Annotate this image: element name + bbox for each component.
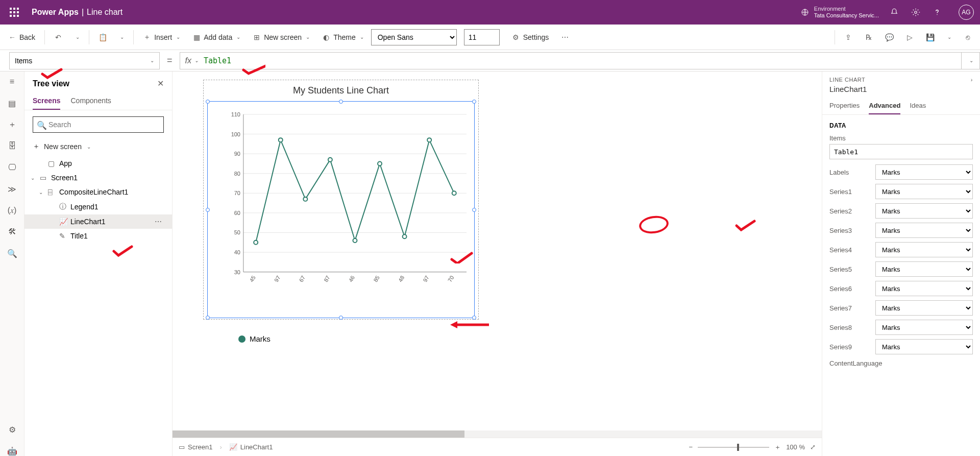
zoom-slider[interactable] — [698, 447, 769, 448]
advanced-tools-icon[interactable]: 🛠 — [7, 227, 17, 237]
tree-node-app[interactable]: ▢App — [24, 156, 172, 171]
power-automate-icon[interactable]: ≫ — [7, 184, 17, 194]
font-size-input[interactable] — [464, 29, 500, 45]
more-button[interactable]: ⋯ — [556, 30, 574, 44]
hamburger-icon[interactable]: ≡ — [7, 77, 17, 87]
svg-text:87: 87 — [323, 275, 331, 283]
search-rail-icon[interactable]: 🔍 — [7, 248, 17, 258]
series-label: Labels — [829, 169, 870, 176]
tab-components[interactable]: Components — [70, 92, 111, 110]
svg-text:46: 46 — [348, 275, 356, 283]
app-checker-button[interactable]: ℞ — [860, 30, 878, 44]
line-chart-plot: 30405060708090100110459767874685489770 — [228, 112, 469, 287]
undo-button[interactable]: ↶ — [49, 30, 67, 44]
insert-button[interactable]: ＋Insert⌄ — [138, 30, 185, 44]
horizontal-scrollbar[interactable] — [173, 430, 822, 438]
theme-button[interactable]: ◐Theme⌄ — [317, 30, 369, 44]
series-row: Series4Marks — [822, 240, 980, 259]
add-data-button[interactable]: ▦Add data⌄ — [187, 30, 246, 44]
tab-screens[interactable]: Screens — [33, 92, 60, 110]
comments-button[interactable]: 💬 — [880, 30, 898, 44]
back-button[interactable]: ←Back — [3, 30, 40, 44]
zoom-out-button[interactable]: − — [689, 443, 693, 451]
expand-formula-button[interactable]: ⌄ — [962, 52, 980, 69]
zoom-level: 100 % — [786, 443, 805, 451]
tab-properties[interactable]: Properties — [829, 98, 860, 114]
linechart-selection[interactable]: 30405060708090100110459767874685489770 M… — [207, 101, 475, 318]
tree-node-linechart[interactable]: 📈LineChart1⋯ — [24, 214, 172, 229]
series-row: Series9Marks — [822, 337, 980, 356]
close-tree-button[interactable]: ✕ — [157, 79, 164, 88]
series-select[interactable]: Marks — [875, 242, 973, 257]
series-select[interactable]: Marks — [875, 300, 973, 316]
series-label: Series4 — [829, 246, 870, 254]
series-select[interactable]: Marks — [875, 320, 973, 335]
series-row: Series3Marks — [822, 221, 980, 240]
canvas[interactable]: My Students Line Chart 30405060708090100… — [173, 71, 822, 456]
series-select[interactable]: Marks — [875, 339, 973, 354]
tab-advanced[interactable]: Advanced — [869, 98, 900, 114]
font-select[interactable]: Open Sans — [371, 29, 457, 45]
tree-node-composite[interactable]: ⌄⌸CompositeLineChart1 — [24, 185, 172, 199]
panel-expand-button[interactable]: › — [971, 77, 973, 83]
paste-button[interactable]: 📋 — [93, 30, 112, 44]
save-button[interactable]: 💾 — [921, 30, 939, 44]
svg-text:85: 85 — [372, 275, 380, 283]
formula-bar: Items⌄ = fx⌄ Table1 ⌄ — [0, 50, 980, 71]
svg-point-1 — [915, 11, 917, 14]
app-title: Power Apps|Line chart — [32, 8, 122, 17]
series-select[interactable]: Marks — [875, 281, 973, 296]
publish-button[interactable]: ⎋ — [959, 30, 977, 44]
settings-gear-icon[interactable] — [911, 7, 921, 17]
tree-new-screen-button[interactable]: ＋New screen⌄ — [24, 139, 172, 154]
tree-node-screen1[interactable]: ⌄▭Screen1 — [24, 171, 172, 185]
tree-node-legend[interactable]: ⓘLegend1 — [24, 199, 172, 214]
virtual-agent-icon[interactable]: 🤖 — [7, 446, 17, 456]
tree-node-title[interactable]: ✎Title1 — [24, 229, 172, 243]
property-select[interactable]: Items⌄ — [9, 52, 160, 69]
globe-icon — [801, 8, 809, 16]
svg-text:70: 70 — [234, 190, 240, 196]
media-icon[interactable]: 🖵 — [7, 162, 17, 173]
undo-split-button[interactable]: ⌄ — [69, 31, 85, 43]
notifications-icon[interactable] — [889, 7, 899, 17]
tab-ideas[interactable]: Ideas — [910, 98, 926, 114]
settings-button[interactable]: ⚙Settings — [507, 30, 554, 44]
series-select[interactable]: Marks — [875, 184, 973, 199]
breadcrumb-chart[interactable]: 📈LineChart1 — [229, 443, 273, 451]
series-select[interactable]: Marks — [875, 261, 973, 277]
help-icon[interactable] — [932, 7, 942, 17]
series-row: Series8Marks — [822, 318, 980, 337]
screen-plus-icon: ⊞ — [253, 33, 261, 41]
svg-point-27 — [403, 234, 407, 238]
settings-rail-icon[interactable]: ⚙ — [7, 424, 17, 435]
variables-icon[interactable]: (𝑥) — [7, 205, 17, 215]
breadcrumb-screen[interactable]: ▭Screen1 — [179, 443, 212, 451]
save-split-button[interactable]: ⌄ — [941, 31, 957, 43]
formula-input[interactable]: fx⌄ Table1 — [180, 52, 962, 69]
series-row: Series6Marks — [822, 279, 980, 298]
zoom-in-button[interactable]: ＋ — [774, 443, 781, 452]
items-input[interactable] — [829, 144, 973, 159]
data-rail-icon[interactable]: 🗄 — [7, 141, 17, 151]
series-select[interactable]: Marks — [875, 223, 973, 238]
paste-split-button[interactable]: ⌄ — [114, 31, 129, 43]
left-rail: ≡ ▤ ＋ 🗄 🖵 ≫ (𝑥) 🛠 🔍 ⚙ 🤖 — [0, 71, 24, 456]
tree-view-icon[interactable]: ▤ — [7, 98, 17, 108]
series-row: Series2Marks — [822, 201, 980, 221]
share-button[interactable]: ⇪ — [839, 30, 857, 44]
app-launcher-icon[interactable] — [6, 4, 22, 20]
new-screen-button[interactable]: ⊞New screen⌄ — [248, 30, 315, 44]
svg-text:100: 100 — [231, 131, 240, 137]
node-more-button[interactable]: ⋯ — [155, 218, 166, 226]
series-select[interactable]: Marks — [875, 203, 973, 219]
environment-picker[interactable]: Environment Tata Consultancy Servic... — [801, 6, 879, 19]
user-avatar[interactable]: AG — [959, 5, 974, 20]
preview-button[interactable]: ▷ — [900, 30, 919, 44]
series-select[interactable]: Marks — [875, 164, 973, 180]
fit-screen-button[interactable]: ⤢ — [810, 443, 816, 451]
properties-panel: LINE CHART › LineChart1 Properties Advan… — [822, 71, 980, 456]
insert-icon[interactable]: ＋ — [7, 119, 17, 130]
tree-search-input[interactable] — [33, 116, 164, 133]
svg-point-22 — [279, 138, 283, 142]
